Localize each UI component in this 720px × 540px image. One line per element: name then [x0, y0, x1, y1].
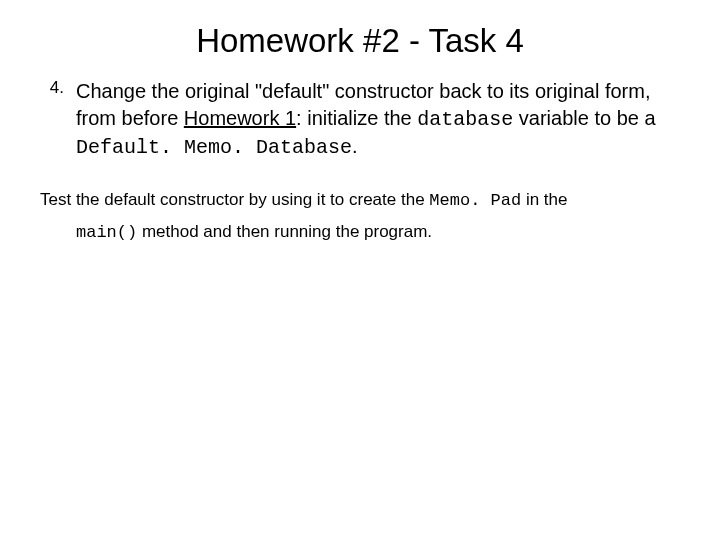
task-item: 4. Change the original "default" constru…	[40, 78, 680, 161]
homework-link[interactable]: Homework 1	[184, 107, 296, 129]
test-text-1: Test the default constructor by using it…	[40, 190, 429, 209]
test-text-2: in the	[521, 190, 567, 209]
code-main: main()	[76, 223, 137, 242]
item-text-3: variable to be a	[513, 107, 655, 129]
item-text-2: : initialize the	[296, 107, 417, 129]
code-memopad: Memo. Pad	[429, 191, 521, 210]
test-text-3: method and then running the program.	[137, 222, 432, 241]
item-content: Change the original "default" constructo…	[76, 78, 680, 161]
item-number: 4.	[40, 78, 64, 98]
test-paragraph: Test the default constructor by using it…	[40, 185, 680, 248]
code-defaultmemodatabase: Default. Memo. Database	[76, 136, 352, 159]
item-text-4: .	[352, 135, 358, 157]
page-title: Homework #2 - Task 4	[40, 22, 680, 60]
code-database: database	[417, 108, 513, 131]
